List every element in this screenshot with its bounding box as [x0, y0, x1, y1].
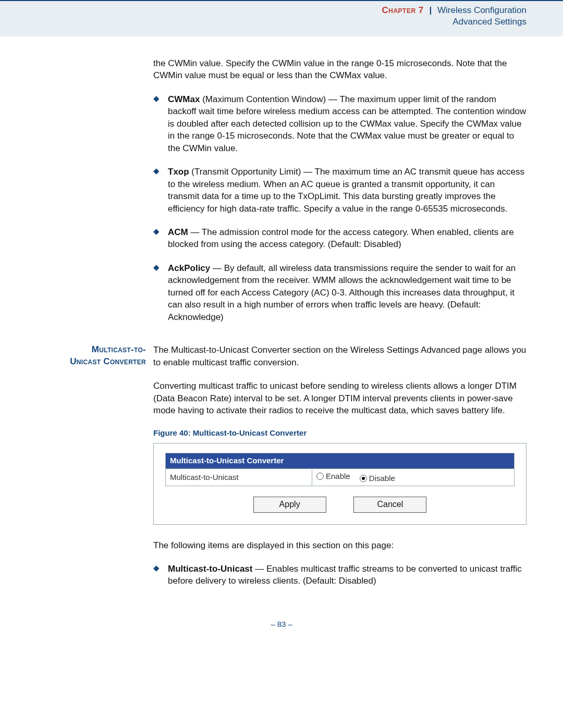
- panel-title: Multicast-to-Unicast Converter: [166, 453, 515, 469]
- term-multicast: Multicast-to-Unicast: [168, 564, 252, 574]
- figure-caption: Figure 40: Multicast-to-Unicast Converte…: [153, 428, 527, 439]
- chapter-label: Chapter 7: [382, 5, 423, 15]
- cancel-button[interactable]: Cancel: [353, 497, 426, 512]
- page-header: Chapter 7 | Wireless Configuration Advan…: [0, 0, 563, 36]
- cwmin-continuation: the CWMin value. Specify the CWMin value…: [153, 57, 527, 82]
- side-heading-multicast: Multicast-to- Unicast Converter: [36, 344, 153, 368]
- chapter-title: Wireless Configuration: [437, 5, 527, 15]
- term-ackpolicy: AckPolicy: [168, 263, 210, 273]
- header-separator: |: [429, 5, 432, 15]
- radio-enable-label: Enable: [326, 471, 350, 482]
- after-panel-para: The following items are displayed in thi…: [153, 539, 527, 551]
- mc-para-1: The Multicast-to-Unicast Converter secti…: [153, 344, 527, 368]
- list-item: ACM — The admission control mode for the…: [153, 226, 527, 251]
- radio-disable[interactable]: Disable: [360, 473, 395, 484]
- side-heading-line1: Multicast-to-: [92, 344, 146, 354]
- apply-button[interactable]: Apply: [253, 497, 326, 512]
- panel-row-options: Enable Disable: [312, 468, 514, 486]
- page-number: – 83 –: [36, 620, 527, 628]
- radio-on-icon: [360, 475, 367, 482]
- panel-row-label: Multicast-to-Unicast: [166, 468, 312, 486]
- desc-acm: — The admission control mode for the acc…: [168, 227, 514, 249]
- term-cwmax: CWMax: [168, 94, 200, 104]
- radio-enable[interactable]: Enable: [316, 471, 350, 482]
- desc-txop: (Transmit Opportunity Limit) — The maxim…: [168, 167, 524, 213]
- radio-off-icon: [316, 473, 324, 480]
- term-txop: Txop: [168, 167, 189, 177]
- list-item: Multicast-to-Unicast — Enables multicast…: [153, 563, 527, 587]
- list-item: CWMax (Maximum Contention Window) — The …: [153, 93, 527, 154]
- desc-ackpolicy: — By default, all wireless data transmis…: [168, 263, 516, 322]
- header-subtitle: Advanced Settings: [0, 17, 527, 27]
- radio-disable-label: Disable: [369, 473, 395, 484]
- mc-para-2: Converting multicast traffic to unicast …: [153, 380, 527, 416]
- param-list: CWMax (Maximum Contention Window) — The …: [153, 93, 527, 323]
- converter-panel: Multicast-to-Unicast Converter Multicast…: [153, 443, 527, 524]
- term-acm: ACM: [168, 227, 188, 237]
- side-heading-line2: Unicast Converter: [70, 356, 146, 366]
- converter-table: Multicast-to-Unicast Converter Multicast…: [165, 453, 515, 486]
- list-item: AckPolicy — By default, all wireless dat…: [153, 262, 527, 323]
- desc-cwmax: (Maximum Contention Window) — The maximu…: [168, 94, 526, 153]
- param-list-bottom: Multicast-to-Unicast — Enables multicast…: [153, 563, 527, 587]
- list-item: Txop (Transmit Opportunity Limit) — The …: [153, 166, 527, 215]
